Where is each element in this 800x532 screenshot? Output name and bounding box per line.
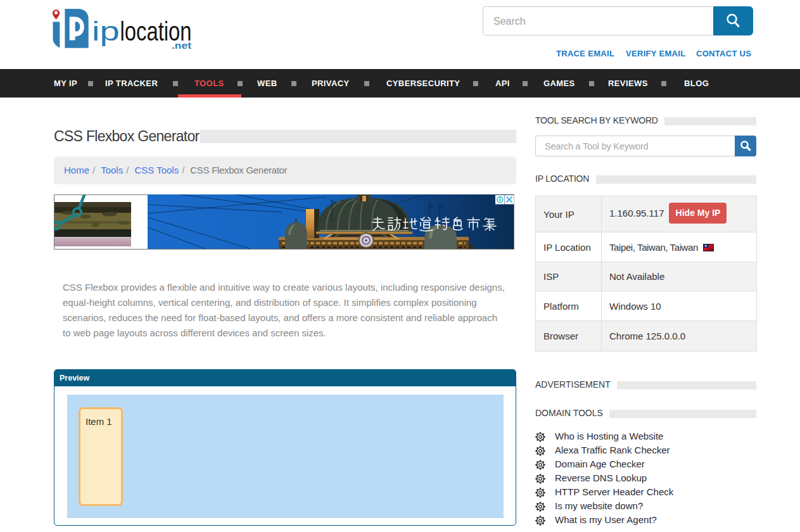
svg-text:.net: .net xyxy=(172,40,191,51)
svg-text:ip: ip xyxy=(92,16,120,46)
